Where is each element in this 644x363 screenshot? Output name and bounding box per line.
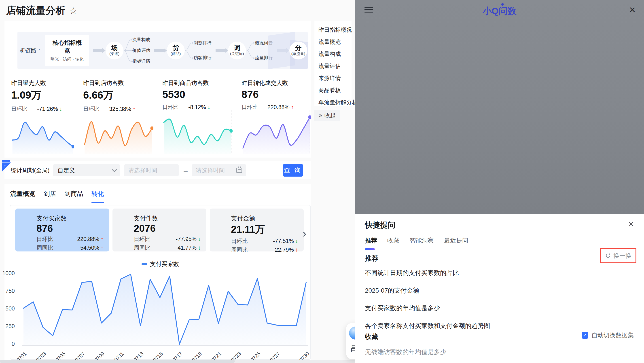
down-arrow-icon: ↓ bbox=[295, 238, 298, 245]
tab-recommend[interactable]: 推荐 bbox=[365, 237, 377, 250]
chart-y-axis: 02505007501000 bbox=[0, 271, 19, 345]
down-arrow-icon: ↓ bbox=[198, 244, 201, 251]
metric-card-product-visitors[interactable]: 昨日到商品访客数 5530 日环比 -8.12% ↓ bbox=[154, 78, 232, 155]
quick-ask-tabs: 推荐 收藏 智能洞察 最近提问 bbox=[365, 237, 468, 250]
tab-smart-insight[interactable]: 智能洞察 bbox=[410, 237, 434, 250]
conversion-panel: 支付买家数 876 日环比220.88%↑ 周同比54.50%↑ 支付件数 20… bbox=[10, 205, 311, 360]
analysis-path-label: 析链路： bbox=[20, 47, 42, 54]
branch-connector-icon bbox=[246, 35, 254, 66]
checkbox-checked-icon[interactable]: ✓ bbox=[582, 332, 588, 339]
menu-item-single-flow-analysis[interactable]: 单流量拆解分析 bbox=[318, 96, 352, 108]
chart-baseline bbox=[22, 345, 308, 346]
flow-arrow-icon bbox=[154, 49, 164, 52]
period-filter-label: 统计周期(全局) bbox=[11, 167, 50, 174]
detail-section: 流量概览 到店 到商品 转化 支付买家数 876 日环比220.88%↑ 周同比… bbox=[4, 184, 311, 363]
chevron-down-icon bbox=[112, 167, 117, 172]
tab-to-store[interactable]: 到店 bbox=[44, 190, 56, 203]
anchor-menu: 昨日指标概况 流量概览 流量构成 流量评估 来源详情 商品看板 单流量拆解分析 bbox=[314, 20, 352, 106]
filter-bar: 统计周期(全局) 自定义 请选择时间 → 请选择时间 查 询 bbox=[4, 161, 311, 179]
chart-legend[interactable]: 支付买家数 bbox=[10, 260, 310, 268]
flow-node-core-metrics[interactable]: 核心指标概览 曝光 · 访问 · 转化 bbox=[45, 35, 89, 66]
flow-arrow-icon bbox=[216, 49, 225, 52]
branch-connector-icon bbox=[124, 35, 132, 66]
menu-item-yesterday-overview[interactable]: 昨日指标概况 bbox=[318, 24, 352, 36]
sparkline-chart bbox=[11, 109, 74, 154]
auto-switch-dataset[interactable]: ✓ 自动切换数据集 bbox=[582, 331, 634, 339]
menu-item-traffic-composition[interactable]: 流量构成 bbox=[318, 48, 352, 60]
metric-card-conversion[interactable]: 昨日转化成交人数 876 日环比 220.88% ↑ bbox=[232, 78, 311, 155]
horizontal-scrollbar[interactable] bbox=[0, 360, 355, 363]
period-select[interactable]: 自定义 bbox=[53, 164, 120, 176]
double-chevron-icon: » bbox=[319, 112, 322, 119]
quick-ask-sheet: 快捷提问 × 推荐 收藏 智能洞察 最近提问 推荐 换一换 不同统计日期的支付买… bbox=[355, 214, 644, 363]
sparkle-icon bbox=[501, 3, 504, 6]
date-range-arrow-icon: → bbox=[182, 167, 189, 174]
qna-dimmed-area: 小Q问数 × bbox=[355, 0, 644, 214]
sparkline-chart bbox=[162, 109, 232, 154]
question-item[interactable]: 2025-07的支付金额 bbox=[365, 286, 490, 304]
pay-card-items[interactable]: 支付件数 2076 日环比-77.95%↓ 周同比-41.77%↓ bbox=[112, 209, 206, 252]
collapse-menu-button[interactable]: » 收起 bbox=[314, 110, 340, 121]
favorite-star-icon[interactable]: ☆ bbox=[69, 5, 77, 16]
menu-item-traffic-overview[interactable]: 流量概览 bbox=[318, 36, 352, 48]
payment-buyers-line-chart[interactable] bbox=[22, 271, 308, 345]
detail-tabs: 流量概览 到店 到商品 转化 bbox=[10, 190, 104, 203]
pay-card-amount[interactable]: 支付金额 21.11万 日环比-77.51%↓ 周同比22.79%↑ bbox=[210, 209, 304, 252]
metric-card-store-visitors[interactable]: 昨日到店访客数 6.66万 日环比 325.38% ↑ bbox=[74, 78, 154, 155]
refresh-button[interactable]: 换一换 bbox=[600, 248, 636, 263]
menu-item-source-detail[interactable]: 来源详情 bbox=[318, 72, 352, 84]
question-item[interactable]: 各个卖家名称支付买家数和支付金额的趋势图 bbox=[365, 322, 490, 339]
flow-node-channel[interactable]: 场 (渠道) 流量构成 价值评估 指标详情 bbox=[106, 35, 150, 66]
down-arrow-icon: ↓ bbox=[198, 236, 201, 243]
pay-cards-row: 支付买家数 876 日环比220.88%↑ 周同比54.50%↑ 支付件数 20… bbox=[15, 209, 304, 252]
pay-card-buyers[interactable]: 支付买家数 876 日环比220.88%↑ 周同比54.50%↑ bbox=[15, 209, 109, 252]
menu-item-traffic-evaluation[interactable]: 流量评估 bbox=[318, 60, 352, 72]
favorite-question-item[interactable]: 无线端访客数的年均值是多少 bbox=[365, 348, 446, 356]
up-arrow-icon: ↑ bbox=[100, 236, 104, 243]
calendar-icon bbox=[236, 168, 242, 173]
close-icon[interactable]: × bbox=[628, 219, 634, 229]
metric-card-exposure[interactable]: 昨日曝光人数 1.09万 日环比 -71.26% ↓ bbox=[6, 78, 74, 155]
sparkline-chart bbox=[83, 109, 154, 154]
question-item[interactable]: 支付买家数的年均值是多少 bbox=[365, 304, 490, 322]
up-arrow-icon: ↑ bbox=[100, 244, 104, 251]
question-item[interactable]: 不同统计日期的支付买家数的占比 bbox=[365, 269, 490, 286]
legend-swatch bbox=[142, 263, 147, 265]
sparkline-chart bbox=[242, 109, 311, 154]
app-root: 店铺流量分析 ☆ 析链路： 核心指标概览 曝光 · 访问 · 转化 场 (渠道) bbox=[0, 0, 644, 363]
menu-item-product-board[interactable]: 商品看板 bbox=[318, 84, 352, 96]
metric-cards-row: 昨日曝光人数 1.09万 日环比 -71.26% ↓ 昨日到店访客数 6.66万… bbox=[6, 78, 311, 155]
favorites-header: 收藏 bbox=[365, 332, 378, 341]
back-to-top-badge[interactable]: ↑ bbox=[2, 160, 12, 173]
tab-favorites[interactable]: 收藏 bbox=[387, 237, 399, 250]
qna-title: 小Q问数 bbox=[355, 5, 644, 17]
recommend-question-list: 不同统计日期的支付买家数的占比 2025-07的支付金额 支付买家数的年均值是多… bbox=[365, 269, 490, 339]
tab-traffic-overview[interactable]: 流量概览 bbox=[10, 190, 35, 203]
chevron-right-icon[interactable]: › bbox=[302, 227, 306, 240]
recommend-header: 推荐 bbox=[365, 254, 378, 263]
tab-to-product[interactable]: 到商品 bbox=[64, 190, 83, 203]
start-date-input[interactable]: 请选择时间 bbox=[124, 164, 179, 176]
analysis-path-banner: 析链路： 核心指标概览 曝光 · 访问 · 转化 场 (渠道) 流量 bbox=[18, 32, 308, 69]
tab-recent-questions[interactable]: 最近提问 bbox=[444, 237, 468, 250]
up-arrow-icon: ↑ bbox=[295, 246, 298, 253]
flow-arrow-icon bbox=[93, 49, 102, 52]
tab-conversion[interactable]: 转化 bbox=[92, 190, 104, 203]
end-date-input[interactable]: 请选择时间 bbox=[192, 164, 246, 176]
qna-panel: 小Q问数 × 快捷提问 × 推荐 收藏 智能洞察 最近提问 推荐 换一换 bbox=[355, 0, 644, 363]
page-title: 店铺流量分析 ☆ bbox=[6, 4, 77, 17]
close-icon[interactable]: × bbox=[629, 3, 636, 16]
query-button[interactable]: 查 询 bbox=[283, 164, 303, 177]
up-arrow-icon: ↑ bbox=[4, 163, 6, 169]
refresh-icon bbox=[605, 253, 611, 259]
overview-section: 析链路： 核心指标概览 曝光 · 访问 · 转化 场 (渠道) 流量 bbox=[4, 20, 311, 158]
quick-ask-title: 快捷提问 bbox=[365, 220, 395, 230]
page-title-text: 店铺流量分析 bbox=[6, 4, 65, 17]
branch-connector-icon bbox=[185, 35, 193, 66]
flow-node-goods[interactable]: 货 (商品) 浏览排行 访客排行 bbox=[167, 35, 212, 66]
